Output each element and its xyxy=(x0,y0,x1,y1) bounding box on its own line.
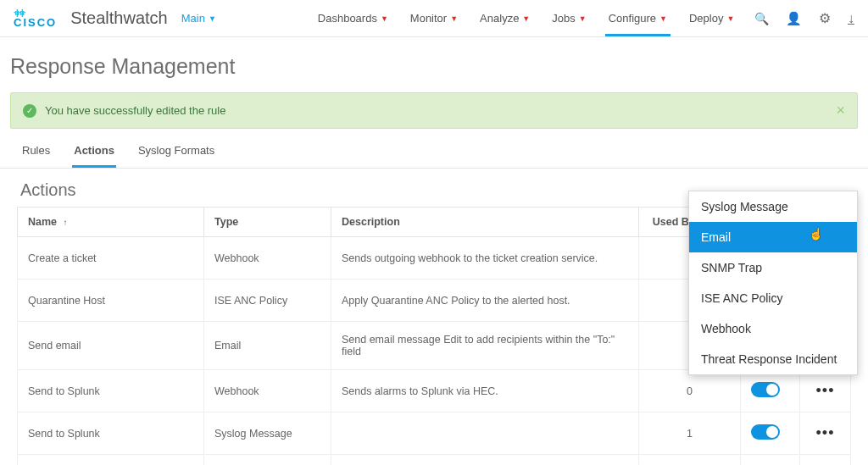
search-icon[interactable] xyxy=(754,11,769,26)
cell-name: Send to Splunk xyxy=(18,370,204,412)
nav-item-jobs[interactable]: Jobs▼ xyxy=(552,1,586,36)
cell-type: Webhook xyxy=(204,370,331,412)
cell-toggle xyxy=(741,370,800,412)
cell-description: Sends alarms to Splunk via HEC. xyxy=(331,370,639,412)
cell-type: Webhook xyxy=(204,455,331,466)
tab-syslog-formats[interactable]: Syslog Formats xyxy=(136,144,216,168)
cell-used-by: 0 xyxy=(639,455,741,466)
cell-name: Send email xyxy=(18,322,204,370)
download-icon[interactable] xyxy=(848,11,854,26)
chevron-down-icon: ▼ xyxy=(579,14,587,23)
cell-toggle xyxy=(741,412,800,455)
chevron-down-icon: ▼ xyxy=(659,14,667,23)
popup-item-webhook[interactable]: Webhook xyxy=(689,313,857,344)
tab-rules[interactable]: Rules xyxy=(20,144,52,168)
popup-item-snmp-trap[interactable]: SNMP Trap xyxy=(689,252,857,283)
popup-item-ise-anc-policy[interactable]: ISE ANC Policy xyxy=(689,283,857,313)
cell-name: Quarantine Host xyxy=(18,280,204,322)
cisco-logo: ·ı|ı·ı|ı· CISCO xyxy=(14,9,57,28)
cell-used-by: 1 xyxy=(639,412,741,455)
action-type-popup: Syslog Message Email ☝ SNMP Trap ISE ANC… xyxy=(688,191,858,375)
cell-description: Apply Quarantine ANC Policy to the alert… xyxy=(331,280,639,322)
popup-item-syslog-message[interactable]: Syslog Message xyxy=(689,191,857,222)
nav-item-configure[interactable]: Configure▼ xyxy=(609,1,667,36)
col-header-description[interactable]: Description xyxy=(331,208,639,237)
subtabs: Rules Actions Syslog Formats xyxy=(0,129,868,169)
row-menu-button[interactable]: ••• xyxy=(800,370,851,412)
cell-type: Email xyxy=(204,322,331,370)
product-name: Stealthwatch xyxy=(70,8,168,28)
cell-type: Webhook xyxy=(204,237,331,280)
cell-type: Syslog Message xyxy=(204,412,331,455)
nav-menu: Dashboards▼ Monitor▼ Analyze▼ Jobs▼ Conf… xyxy=(318,1,735,36)
chevron-down-icon: ▼ xyxy=(381,14,388,23)
nav-item-dashboards[interactable]: Dashboards▼ xyxy=(318,1,388,36)
chevron-down-icon: ▼ xyxy=(450,14,458,23)
popup-item-email[interactable]: Email ☝ xyxy=(689,222,857,252)
top-icons xyxy=(754,10,854,26)
cell-description: Send email message Edit to add recipient… xyxy=(331,322,639,370)
nav-item-deploy[interactable]: Deploy▼ xyxy=(689,1,734,36)
cell-description: Sends outgoing webhook to the ticket cre… xyxy=(331,237,639,280)
row-menu-button[interactable]: ••• xyxy=(800,455,851,466)
cell-name: Send to Splunk xyxy=(18,412,204,455)
success-alert: ✓ You have successfully edited the rule … xyxy=(10,92,858,129)
cell-name: Webex Teams xyxy=(18,455,204,466)
tab-actions[interactable]: Actions xyxy=(72,144,116,168)
chevron-down-icon: ▼ xyxy=(209,14,216,23)
popup-item-threat-response-incident[interactable]: Threat Response Incident xyxy=(689,344,857,374)
table-row: Send to SplunkSyslog Message1••• xyxy=(18,412,851,455)
cell-toggle xyxy=(741,455,800,466)
page-title: Response Management xyxy=(0,37,868,92)
col-header-type[interactable]: Type xyxy=(204,208,331,237)
gear-icon[interactable] xyxy=(819,10,831,26)
enabled-toggle[interactable] xyxy=(751,424,780,440)
cell-type: ISE ANC Policy xyxy=(204,280,331,322)
chevron-down-icon: ▼ xyxy=(726,14,734,23)
col-header-name[interactable]: Name ↑ xyxy=(18,208,204,237)
sort-asc-icon: ↑ xyxy=(64,218,68,227)
domain-selector[interactable]: Main ▼ xyxy=(181,12,216,25)
cell-description: Sends a message with alarm details to We… xyxy=(331,455,639,466)
cursor-icon: ☝ xyxy=(809,227,823,241)
cell-description xyxy=(331,412,639,455)
top-nav: ·ı|ı·ı|ı· CISCO Stealthwatch Main ▼ Dash… xyxy=(0,0,868,37)
cell-name: Create a ticket xyxy=(18,237,204,280)
table-row: Webex TeamsWebhookSends a message with a… xyxy=(18,455,851,466)
chevron-down-icon: ▼ xyxy=(522,14,530,23)
user-icon[interactable] xyxy=(786,11,802,26)
nav-item-monitor[interactable]: Monitor▼ xyxy=(410,1,458,36)
cell-used-by: 0 xyxy=(639,370,741,412)
row-menu-button[interactable]: ••• xyxy=(800,412,851,455)
nav-item-analyze[interactable]: Analyze▼ xyxy=(480,1,530,36)
table-row: Send to SplunkWebhookSends alarms to Spl… xyxy=(18,370,851,412)
enabled-toggle[interactable] xyxy=(751,382,780,397)
check-icon: ✓ xyxy=(23,104,36,118)
logo-block: ·ı|ı·ı|ı· CISCO Stealthwatch Main ▼ xyxy=(14,8,216,28)
domain-label: Main xyxy=(181,12,205,25)
alert-text: You have successfully edited the rule xyxy=(45,104,225,117)
close-icon[interactable]: × xyxy=(836,102,845,119)
